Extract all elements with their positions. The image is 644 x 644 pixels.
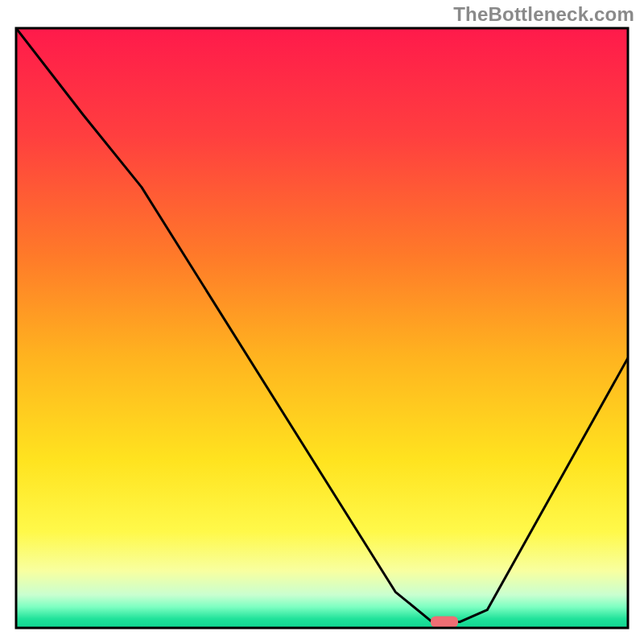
- optimal-marker: [431, 617, 458, 628]
- gradient-background: [16, 28, 628, 628]
- chart-stage: TheBottleneck.com: [0, 0, 644, 644]
- chart-svg: [0, 0, 644, 644]
